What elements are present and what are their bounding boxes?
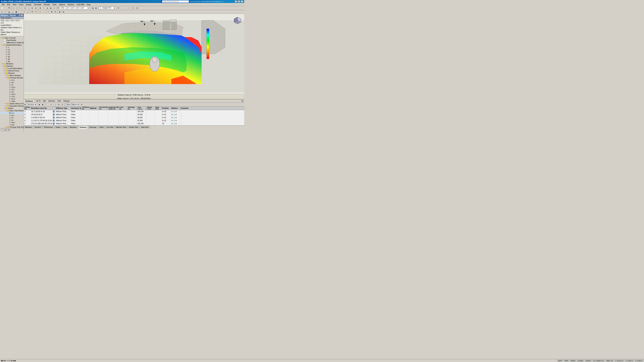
tree-item-18[interactable]: σ1,+: [0, 79, 24, 81]
bottom-menu-settings[interactable]: Settings: [62, 100, 70, 102]
nav-pin[interactable]: 📌: [18, 14, 21, 16]
bt-filter[interactable]: ▼: [80, 103, 83, 106]
menu-tools[interactable]: Tools: [51, 3, 58, 6]
basic-objects-dropdown[interactable]: Basic Objects: [66, 103, 80, 106]
bottom-tab-thicknesses[interactable]: Thicknesses: [42, 126, 54, 129]
nav-settings-btn[interactable]: ⚙: [4, 129, 7, 131]
tb-measure[interactable]: 📏: [42, 10, 46, 13]
bottom-tab-sections[interactable]: Sections: [33, 126, 42, 129]
menu-calculate[interactable]: Calculate: [33, 3, 42, 6]
tree-item-13[interactable]: ▶Local Deformations: [0, 67, 24, 69]
bottom-tab-solid-sets[interactable]: Solid Sets: [140, 126, 150, 129]
tree-item-3[interactable]: ▼Global Deformations: [0, 44, 24, 46]
view-combo[interactable]: 1 - Global XYZ: [99, 7, 116, 9]
tree-item-36[interactable]: γxy,+: [0, 121, 24, 123]
wire-btn[interactable]: □: [42, 6, 46, 9]
bottom-tab-surface-sets[interactable]: Surface Sets: [128, 126, 140, 129]
bt-icon2[interactable]: ✏: [50, 103, 53, 106]
new-button[interactable]: 📄: [0, 6, 4, 9]
tree-item-23[interactable]: σ2,-: [0, 91, 24, 93]
prev-result[interactable]: ◀: [91, 6, 94, 9]
bt-icon1[interactable]: 📋: [46, 103, 49, 106]
tree-item-24[interactable]: σ2,m: [0, 93, 24, 95]
table-row[interactable]: 7273,274,388,403-397,470-459,275Without …: [24, 122, 244, 125]
bt-icon4[interactable]: ⊕: [57, 103, 60, 106]
tree-item-6[interactable]: uy: [0, 51, 24, 53]
grid-btn[interactable]: ⊞: [136, 6, 139, 9]
next-result[interactable]: ▶: [94, 6, 98, 9]
minimize-button[interactable]: —: [235, 0, 237, 2]
menu-view[interactable]: View: [12, 3, 18, 6]
menu-window[interactable]: Window: [66, 3, 75, 6]
tree-item-29[interactable]: ▶Equivalent Stresses: [0, 105, 24, 107]
table-row[interactable]: 51,2,14,271,270-65,28-31,66,69,262,265,2…: [24, 119, 244, 122]
dropdown-prev[interactable]: ◀: [38, 103, 41, 106]
nav-close[interactable]: ✕: [21, 14, 23, 16]
tree-item-19[interactable]: σ1,-: [0, 81, 24, 84]
tb3[interactable]: ⊞: [30, 6, 34, 9]
tree-item-31[interactable]: ▼Basic Total Strains: [0, 109, 24, 112]
tree-item-37[interactable]: γxy,-: [0, 123, 24, 126]
tree-item-11[interactable]: ▶Members: [0, 62, 24, 65]
tb-surface[interactable]: ▭: [11, 10, 14, 13]
bottom-tab-nodes[interactable]: Nodes: [54, 126, 62, 129]
close-button[interactable]: ✕: [241, 0, 243, 2]
tree-item-32[interactable]: εx,+: [0, 112, 24, 114]
tree-item-34[interactable]: εx,-: [0, 116, 24, 119]
bottom-tab-members[interactable]: Members: [68, 126, 78, 129]
nav-eye-btn[interactable]: 👁: [8, 129, 10, 131]
menu-edit[interactable]: Edit: [6, 3, 11, 6]
bottom-menu-selection[interactable]: Selection: [47, 100, 56, 102]
tb-section[interactable]: ✂: [38, 10, 42, 13]
render-btn[interactable]: ■: [38, 6, 42, 9]
tb-support[interactable]: △: [26, 10, 29, 13]
tree-item-1[interactable]: Final Results: [0, 39, 24, 41]
tree-item-12[interactable]: ▼Surfaces: [0, 65, 24, 67]
tree-item-27[interactable]: τmax: [0, 100, 24, 102]
menu-insert[interactable]: Insert: [18, 3, 24, 6]
bt-icon5[interactable]: ⊖: [61, 103, 64, 106]
display-btn[interactable]: 👁: [30, 10, 34, 13]
bottom-menu-edit[interactable]: Edit: [42, 100, 47, 102]
bottom-tab-lines[interactable]: Lines: [62, 126, 68, 129]
bottom-menu-view[interactable]: View: [56, 100, 62, 102]
zoom-all[interactable]: ⊡: [24, 6, 27, 9]
redo-button[interactable]: ↪: [16, 6, 19, 9]
menu-options[interactable]: Options: [58, 3, 66, 6]
tb6[interactable]: ◉: [49, 6, 52, 9]
tb-step[interactable]: ⏭: [62, 10, 65, 13]
view-top[interactable]: ↑: [120, 6, 124, 9]
open-button[interactable]: 📂: [4, 6, 7, 9]
tree-item-30[interactable]: ▼Strains: [0, 107, 24, 109]
tb-result2[interactable]: ≣: [50, 10, 54, 13]
bottom-tab-solids[interactable]: Solids: [98, 126, 105, 129]
table-row[interactable]: 44-9,268,37-58,270Without Thick...Plane6…: [24, 116, 244, 119]
tree-item-21[interactable]: σ1,m: [0, 86, 24, 88]
tb7[interactable]: ⊙: [53, 6, 56, 9]
tree-item-35[interactable]: εy,-: [0, 119, 24, 121]
tree-item-38[interactable]: ▶Principal Total Strains: [0, 126, 24, 128]
tb-result3[interactable]: ⊕: [54, 10, 57, 13]
save-button[interactable]: 💾: [8, 6, 11, 9]
tree-item-14[interactable]: ▶Internal Forces: [0, 69, 24, 72]
structure-dropdown[interactable]: Structure: [26, 103, 37, 106]
tb-member[interactable]: ▬: [8, 10, 11, 13]
menu-help[interactable]: Help: [86, 3, 92, 6]
bottom-panel-close[interactable]: ✕: [242, 100, 244, 102]
search-input[interactable]: [162, 0, 189, 3]
table-row[interactable]: 319-26,36-45,27Without Thick...Plane50.0…: [24, 113, 244, 116]
maximize-button[interactable]: □: [238, 0, 240, 2]
undo-button[interactable]: ↩: [12, 6, 15, 9]
view-cube[interactable]: X Y Z: [232, 15, 242, 25]
view-iso[interactable]: ⧉: [117, 6, 120, 9]
tree-item-5[interactable]: ux: [0, 48, 24, 51]
tree-item-0[interactable]: ▼Type of results: [0, 37, 24, 39]
tree-item-2[interactable]: Differences to Initial State: [0, 41, 24, 44]
tree-item-17[interactable]: ▼Principal Stresses: [0, 77, 24, 79]
tree-item-25[interactable]: τ1,m: [0, 95, 24, 98]
tree-item-20[interactable]: σ+: [0, 84, 24, 86]
bottom-tab-materials[interactable]: Materials: [24, 126, 33, 129]
tree-item-16[interactable]: ▶Basic Stresses: [0, 74, 24, 77]
bottom-tab-member-sets[interactable]: Member Sets: [115, 126, 127, 129]
zoom-in[interactable]: 🔍: [27, 6, 30, 9]
